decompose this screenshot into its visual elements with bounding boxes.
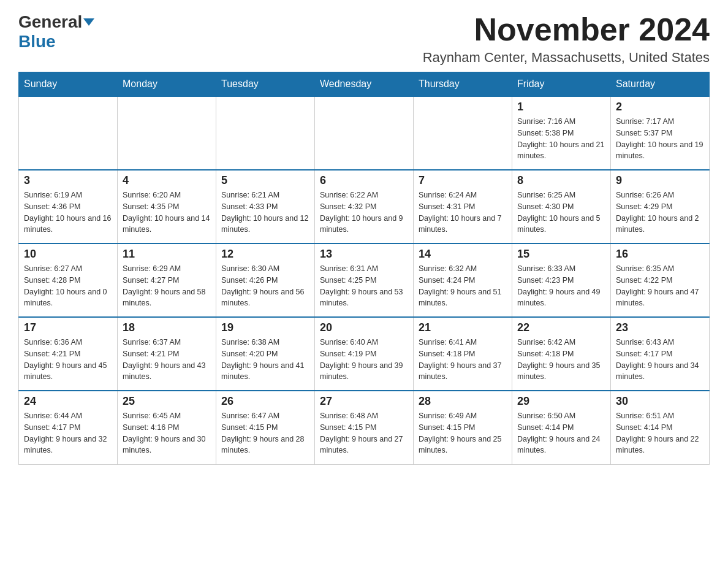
day-info: Sunrise: 6:35 AMSunset: 4:22 PMDaylight:… xyxy=(616,263,704,309)
calendar-week-row: 10Sunrise: 6:27 AMSunset: 4:28 PMDayligh… xyxy=(19,243,710,317)
table-row: 25Sunrise: 6:45 AMSunset: 4:16 PMDayligh… xyxy=(118,391,216,464)
day-number: 3 xyxy=(24,174,112,187)
day-number: 13 xyxy=(320,248,408,261)
table-row xyxy=(216,96,315,170)
day-info: Sunrise: 6:41 AMSunset: 4:18 PMDaylight:… xyxy=(419,337,507,383)
day-info: Sunrise: 6:43 AMSunset: 4:17 PMDaylight:… xyxy=(616,337,704,383)
day-info: Sunrise: 6:36 AMSunset: 4:21 PMDaylight:… xyxy=(24,337,112,383)
logo: GeneralBlue xyxy=(18,12,94,52)
table-row: 24Sunrise: 6:44 AMSunset: 4:17 PMDayligh… xyxy=(19,391,118,464)
day-info: Sunrise: 6:51 AMSunset: 4:14 PMDaylight:… xyxy=(616,410,704,456)
day-number: 20 xyxy=(320,321,408,334)
table-row: 9Sunrise: 6:26 AMSunset: 4:29 PMDaylight… xyxy=(611,170,710,243)
day-info: Sunrise: 7:17 AMSunset: 5:37 PMDaylight:… xyxy=(616,116,704,162)
day-number: 11 xyxy=(123,248,211,261)
day-info: Sunrise: 6:27 AMSunset: 4:28 PMDaylight:… xyxy=(24,263,112,309)
day-info: Sunrise: 6:24 AMSunset: 4:31 PMDaylight:… xyxy=(419,190,507,236)
table-row: 18Sunrise: 6:37 AMSunset: 4:21 PMDayligh… xyxy=(118,317,216,391)
calendar-header-row: Sunday Monday Tuesday Wednesday Thursday… xyxy=(19,72,710,97)
table-row: 16Sunrise: 6:35 AMSunset: 4:22 PMDayligh… xyxy=(611,243,710,317)
col-thursday: Thursday xyxy=(414,72,512,97)
table-row: 17Sunrise: 6:36 AMSunset: 4:21 PMDayligh… xyxy=(19,317,118,391)
col-tuesday: Tuesday xyxy=(216,72,315,97)
table-row xyxy=(19,96,118,170)
day-number: 6 xyxy=(320,174,408,187)
day-number: 25 xyxy=(123,395,211,408)
day-info: Sunrise: 6:30 AMSunset: 4:26 PMDaylight:… xyxy=(221,263,309,309)
day-info: Sunrise: 6:32 AMSunset: 4:24 PMDaylight:… xyxy=(419,263,507,309)
day-info: Sunrise: 6:22 AMSunset: 4:32 PMDaylight:… xyxy=(320,190,408,236)
day-info: Sunrise: 7:16 AMSunset: 5:38 PMDaylight:… xyxy=(517,116,605,162)
calendar-week-row: 3Sunrise: 6:19 AMSunset: 4:36 PMDaylight… xyxy=(19,170,710,243)
day-info: Sunrise: 6:26 AMSunset: 4:29 PMDaylight:… xyxy=(616,190,704,236)
day-info: Sunrise: 6:49 AMSunset: 4:15 PMDaylight:… xyxy=(419,410,507,456)
day-info: Sunrise: 6:48 AMSunset: 4:15 PMDaylight:… xyxy=(320,410,408,456)
table-row: 20Sunrise: 6:40 AMSunset: 4:19 PMDayligh… xyxy=(315,317,414,391)
day-info: Sunrise: 6:50 AMSunset: 4:14 PMDaylight:… xyxy=(517,410,605,456)
day-info: Sunrise: 6:42 AMSunset: 4:18 PMDaylight:… xyxy=(517,337,605,383)
calendar-week-row: 24Sunrise: 6:44 AMSunset: 4:17 PMDayligh… xyxy=(19,391,710,464)
location-subtitle: Raynham Center, Massachusetts, United St… xyxy=(423,50,710,66)
day-number: 12 xyxy=(221,248,309,261)
day-info: Sunrise: 6:38 AMSunset: 4:20 PMDaylight:… xyxy=(221,337,309,383)
table-row: 4Sunrise: 6:20 AMSunset: 4:35 PMDaylight… xyxy=(118,170,216,243)
day-number: 1 xyxy=(517,101,605,113)
table-row xyxy=(315,96,414,170)
day-info: Sunrise: 6:20 AMSunset: 4:35 PMDaylight:… xyxy=(123,190,211,236)
table-row: 30Sunrise: 6:51 AMSunset: 4:14 PMDayligh… xyxy=(611,391,710,464)
table-row: 1Sunrise: 7:16 AMSunset: 5:38 PMDaylight… xyxy=(512,96,611,170)
day-number: 9 xyxy=(616,174,704,187)
day-number: 30 xyxy=(616,395,704,408)
day-number: 17 xyxy=(24,321,112,334)
day-number: 10 xyxy=(24,248,112,261)
table-row: 12Sunrise: 6:30 AMSunset: 4:26 PMDayligh… xyxy=(216,243,315,317)
col-friday: Friday xyxy=(512,72,611,97)
day-info: Sunrise: 6:29 AMSunset: 4:27 PMDaylight:… xyxy=(123,263,211,309)
day-number: 15 xyxy=(517,248,605,261)
col-saturday: Saturday xyxy=(611,72,710,97)
day-info: Sunrise: 6:33 AMSunset: 4:23 PMDaylight:… xyxy=(517,263,605,309)
title-section: November 2024 Raynham Center, Massachuse… xyxy=(423,12,710,66)
day-number: 29 xyxy=(517,395,605,408)
day-number: 21 xyxy=(419,321,507,334)
table-row: 3Sunrise: 6:19 AMSunset: 4:36 PMDaylight… xyxy=(19,170,118,243)
calendar-week-row: 1Sunrise: 7:16 AMSunset: 5:38 PMDaylight… xyxy=(19,96,710,170)
day-number: 28 xyxy=(419,395,507,408)
table-row: 7Sunrise: 6:24 AMSunset: 4:31 PMDaylight… xyxy=(414,170,512,243)
table-row: 27Sunrise: 6:48 AMSunset: 4:15 PMDayligh… xyxy=(315,391,414,464)
day-info: Sunrise: 6:31 AMSunset: 4:25 PMDaylight:… xyxy=(320,263,408,309)
day-number: 8 xyxy=(517,174,605,187)
day-number: 19 xyxy=(221,321,309,334)
day-info: Sunrise: 6:44 AMSunset: 4:17 PMDaylight:… xyxy=(24,410,112,456)
day-number: 14 xyxy=(419,248,507,261)
day-number: 24 xyxy=(24,395,112,408)
col-monday: Monday xyxy=(118,72,216,97)
logo-text: GeneralBlue xyxy=(18,12,94,52)
day-number: 18 xyxy=(123,321,211,334)
day-number: 4 xyxy=(123,174,211,187)
day-info: Sunrise: 6:40 AMSunset: 4:19 PMDaylight:… xyxy=(320,337,408,383)
col-wednesday: Wednesday xyxy=(315,72,414,97)
table-row: 23Sunrise: 6:43 AMSunset: 4:17 PMDayligh… xyxy=(611,317,710,391)
day-info: Sunrise: 6:47 AMSunset: 4:15 PMDaylight:… xyxy=(221,410,309,456)
month-title: November 2024 xyxy=(423,12,710,47)
day-info: Sunrise: 6:25 AMSunset: 4:30 PMDaylight:… xyxy=(517,190,605,236)
table-row: 21Sunrise: 6:41 AMSunset: 4:18 PMDayligh… xyxy=(414,317,512,391)
calendar-week-row: 17Sunrise: 6:36 AMSunset: 4:21 PMDayligh… xyxy=(19,317,710,391)
day-number: 26 xyxy=(221,395,309,408)
day-info: Sunrise: 6:45 AMSunset: 4:16 PMDaylight:… xyxy=(123,410,211,456)
table-row: 2Sunrise: 7:17 AMSunset: 5:37 PMDaylight… xyxy=(611,96,710,170)
table-row: 29Sunrise: 6:50 AMSunset: 4:14 PMDayligh… xyxy=(512,391,611,464)
table-row: 15Sunrise: 6:33 AMSunset: 4:23 PMDayligh… xyxy=(512,243,611,317)
table-row: 6Sunrise: 6:22 AMSunset: 4:32 PMDaylight… xyxy=(315,170,414,243)
day-number: 22 xyxy=(517,321,605,334)
table-row xyxy=(414,96,512,170)
calendar-table: Sunday Monday Tuesday Wednesday Thursday… xyxy=(18,72,710,465)
day-info: Sunrise: 6:19 AMSunset: 4:36 PMDaylight:… xyxy=(24,190,112,236)
table-row: 11Sunrise: 6:29 AMSunset: 4:27 PMDayligh… xyxy=(118,243,216,317)
day-number: 27 xyxy=(320,395,408,408)
table-row: 8Sunrise: 6:25 AMSunset: 4:30 PMDaylight… xyxy=(512,170,611,243)
table-row: 19Sunrise: 6:38 AMSunset: 4:20 PMDayligh… xyxy=(216,317,315,391)
col-sunday: Sunday xyxy=(19,72,118,97)
table-row xyxy=(118,96,216,170)
